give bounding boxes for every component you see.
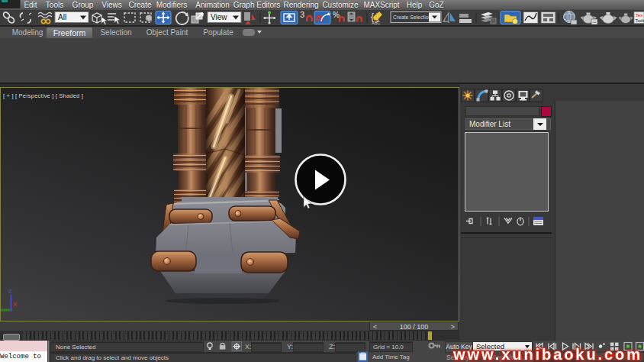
svg-text:ABC: ABC	[372, 21, 380, 25]
svg-text:X: X	[13, 301, 18, 308]
svg-text:Z: Z	[8, 288, 12, 295]
svg-text:View: View	[211, 13, 227, 21]
svg-text:%: %	[333, 11, 340, 19]
svg-text:Tools: Tools	[636, 18, 644, 23]
svg-text:All: All	[58, 13, 66, 21]
svg-text:Tex: Tex	[636, 13, 642, 18]
svg-text:3: 3	[300, 10, 304, 19]
